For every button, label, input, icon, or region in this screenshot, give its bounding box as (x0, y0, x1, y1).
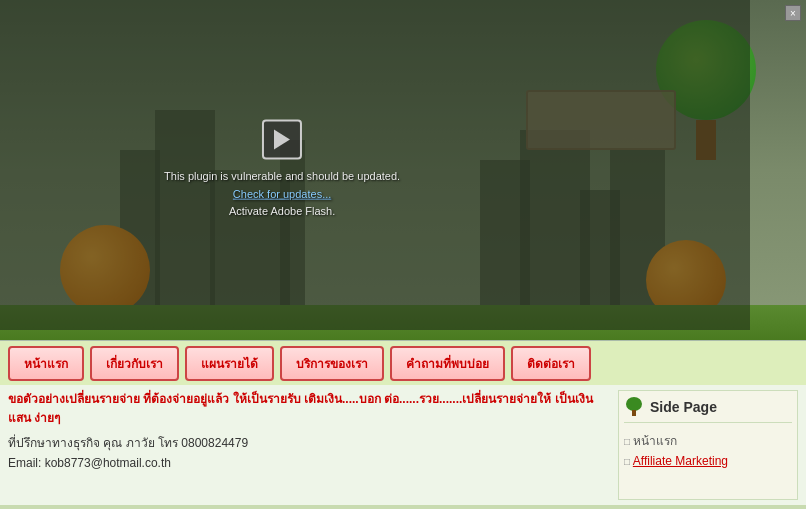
sidebar-affiliate-link[interactable]: Affiliate Marketing (633, 454, 728, 468)
sidebar-home-link[interactable]: หน้าแรก (633, 434, 677, 448)
marquee-scroll-text: ขอตัวอย่างเปลี่ยนรายจ่าย ที่ต้องจ่ายอยู่… (8, 392, 593, 425)
sidebar-link-home[interactable]: หน้าแรก (624, 429, 792, 452)
nav-about-button[interactable]: เกี่ยวกับเรา (90, 346, 179, 381)
contact-info: ที่ปรึกษาทางธุรกิจ คุณ ภาวัย โทร 0800824… (8, 434, 608, 472)
nav-home-button[interactable]: หน้าแรก (8, 346, 84, 381)
sidebar: Side Page หน้าแรก Affiliate Marketing (618, 390, 798, 500)
nav-faq-button[interactable]: คำถามที่พบบ่อย (390, 346, 505, 381)
content-area: ขอตัวอย่างเปลี่ยนรายจ่าย ที่ต้องจ่ายอยู่… (0, 385, 806, 505)
flash-icon (262, 120, 302, 160)
navigation-bar: หน้าแรก เกี่ยวกับเรา แผนรายได้ บริการของ… (0, 340, 806, 385)
nav-services-button[interactable]: บริการของเรา (280, 346, 384, 381)
flash-area: × This plugin is vulnerable and should b… (0, 0, 806, 340)
sidebar-links: หน้าแรก Affiliate Marketing (624, 429, 792, 470)
flash-message-line1: This plugin is vulnerable and should be … (164, 170, 400, 182)
flash-message: This plugin is vulnerable and should be … (164, 168, 400, 221)
flash-activate-text: Activate Adobe Flash. (229, 205, 335, 217)
flash-plugin-overlay: This plugin is vulnerable and should be … (164, 120, 400, 221)
nav-contact-button[interactable]: ติดต่อเรา (511, 346, 591, 381)
close-button[interactable]: × (785, 5, 801, 21)
main-content: ขอตัวอย่างเปลี่ยนรายจ่าย ที่ต้องจ่ายอยู่… (8, 390, 608, 500)
marquee-text: ขอตัวอย่างเปลี่ยนรายจ่าย ที่ต้องจ่ายอยู่… (8, 390, 608, 428)
sidebar-title: Side Page (624, 396, 792, 423)
tree-sidebar-icon (624, 396, 644, 418)
nav-plan-button[interactable]: แผนรายได้ (185, 346, 274, 381)
contact-name: ที่ปรึกษาทางธุรกิจ คุณ ภาวัย โทร 0800824… (8, 434, 608, 453)
play-icon (274, 130, 290, 150)
sidebar-link-affiliate[interactable]: Affiliate Marketing (624, 452, 792, 470)
contact-email: Email: kob8773@hotmail.co.th (8, 454, 608, 473)
svg-rect-1 (632, 410, 636, 416)
check-updates-link[interactable]: Check for updates... (233, 187, 331, 199)
sidebar-title-text: Side Page (650, 399, 717, 415)
svg-point-0 (626, 397, 642, 411)
